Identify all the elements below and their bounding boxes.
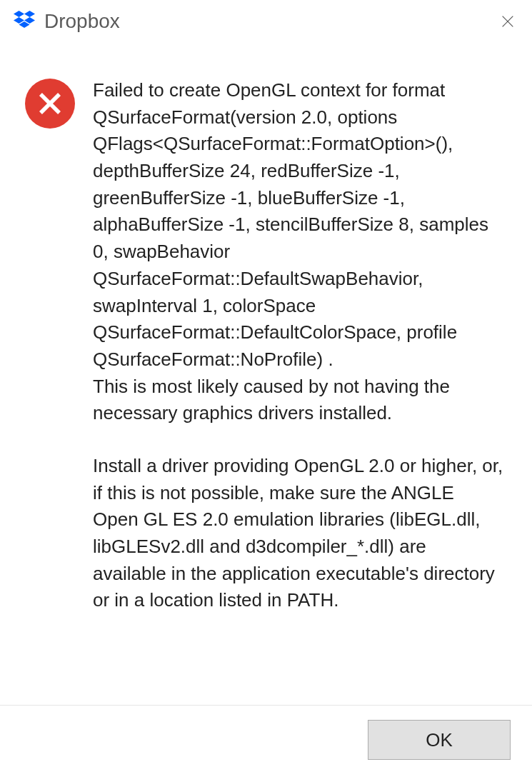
message-paragraph-1: Failed to create OpenGL context for form… — [93, 77, 503, 427]
close-button[interactable] — [495, 9, 521, 34]
dialog-footer: OK — [0, 705, 532, 777]
app-title: Dropbox — [44, 10, 120, 33]
error-icon — [25, 79, 75, 129]
dialog-message: Failed to create OpenGL context for form… — [93, 77, 511, 691]
dialog-content: Failed to create OpenGL context for form… — [0, 43, 532, 705]
message-paragraph-2: Install a driver providing OpenGL 2.0 or… — [93, 453, 503, 614]
ok-button[interactable]: OK — [368, 720, 511, 760]
ok-button-label: OK — [426, 729, 453, 751]
dropbox-icon — [11, 9, 37, 34]
titlebar-left: Dropbox — [11, 9, 120, 34]
error-icon-column — [21, 77, 79, 691]
titlebar: Dropbox — [0, 0, 532, 43]
